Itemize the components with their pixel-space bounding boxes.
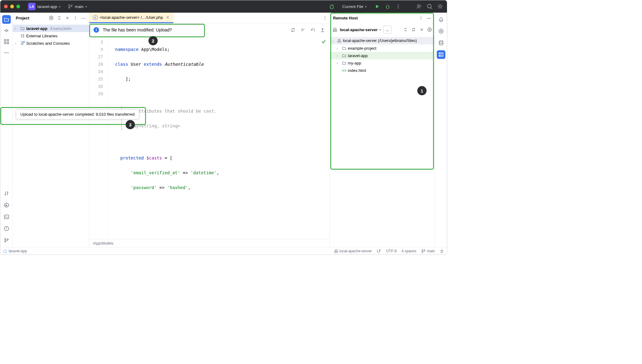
project-panel: Project ✕ — › laravel-app /Users/John (13, 13, 89, 247)
svg-point-49 (422, 251, 423, 253)
panel-options-icon[interactable] (419, 16, 423, 21)
chevron-right-icon[interactable]: › (337, 61, 340, 65)
folder-icon (342, 53, 347, 58)
debug-button[interactable] (385, 3, 391, 10)
status-branch[interactable]: main (421, 249, 435, 253)
code-content: namespace App\Models; class User extends… (108, 36, 330, 239)
ai-assistant-button[interactable] (437, 27, 445, 35)
upload-icon[interactable] (320, 27, 325, 33)
status-line-separator[interactable]: LF (377, 249, 381, 253)
vcs-tool-button[interactable] (2, 236, 11, 245)
remote-host-title: Remote Host (333, 16, 358, 20)
chevron-right-icon[interactable]: › (15, 27, 19, 30)
status-server[interactable]: local-apache-server (334, 249, 372, 253)
collapse-icon[interactable] (403, 27, 408, 32)
manage-servers-button[interactable]: … (383, 26, 391, 34)
editor-area: C <local-apache-server> /…/User.php ✕ i … (89, 13, 330, 247)
project-root-row[interactable]: › laravel-app /Users/John (13, 25, 89, 32)
inspection-ok-icon[interactable] (321, 39, 326, 44)
revert-icon[interactable] (310, 27, 315, 33)
services-tool-button[interactable] (2, 201, 11, 209)
server-name: local-apache-server (340, 27, 377, 32)
close-tab-icon[interactable]: ✕ (166, 15, 169, 20)
svg-point-3 (330, 5, 333, 9)
merge-icon[interactable] (300, 27, 306, 33)
project-selector[interactable]: LA laravel-app ▾ (26, 2, 63, 11)
breadcrumb[interactable]: \App\Models (89, 239, 330, 247)
gutter: 3 9 27 28 34 35 36 39 (89, 36, 108, 239)
problems-tool-button[interactable] (2, 224, 11, 233)
structure-tool-button[interactable] (2, 37, 11, 46)
lock-icon[interactable] (440, 249, 444, 253)
chevron-down-icon[interactable]: ⌄ (332, 39, 336, 43)
svg-point-4 (386, 5, 389, 9)
project-tool-button[interactable] (2, 15, 11, 24)
remote-host-button[interactable] (437, 50, 445, 59)
settings-button[interactable] (437, 3, 443, 10)
run-button[interactable] (374, 3, 380, 10)
maximize-window-button[interactable] (16, 5, 20, 8)
tab-options-button[interactable] (320, 13, 330, 23)
hide-panel-icon[interactable]: — (81, 15, 86, 20)
refresh-icon[interactable] (290, 27, 296, 33)
hide-panel-icon[interactable]: — (427, 16, 431, 21)
notifications-button[interactable] (437, 15, 445, 24)
folder-icon (20, 26, 25, 31)
svg-point-27 (75, 19, 76, 19)
select-opened-file-icon[interactable] (49, 15, 54, 20)
svg-rect-12 (4, 39, 6, 41)
minimize-window-button[interactable] (10, 5, 14, 8)
status-indent[interactable]: 4 spaces (402, 249, 416, 253)
disconnect-icon[interactable]: ✕ (419, 27, 424, 32)
chevron-right-icon[interactable]: › (337, 47, 340, 50)
chevron-right-icon[interactable]: › (337, 54, 340, 57)
close-window-button[interactable] (4, 5, 8, 8)
remote-tree-row[interactable]: <>index.html (330, 67, 435, 74)
remote-tree-row[interactable]: ›laravel-app (330, 52, 435, 59)
panel-options-icon[interactable] (73, 15, 78, 20)
chevron-down-icon: ▾ (85, 5, 87, 8)
remote-root-row[interactable]: ⌄ local-apache-server (/Users/jetbrains/… (330, 37, 435, 44)
branch-name: main (75, 4, 83, 9)
scratches-row[interactable]: › Scratches and Consoles (13, 39, 89, 47)
svg-point-7 (398, 8, 399, 9)
search-everywhere-button[interactable] (427, 3, 433, 10)
code-with-me-icon[interactable] (416, 3, 422, 10)
svg-rect-35 (333, 30, 337, 31)
svg-point-33 (421, 18, 421, 18)
more-actions-button[interactable] (395, 3, 401, 10)
chevron-right-icon[interactable]: › (15, 42, 19, 45)
svg-point-29 (325, 16, 325, 17)
run-config-label: Current File (342, 4, 363, 9)
tree-label: External Libraries (26, 34, 57, 38)
collapse-all-icon[interactable]: ✕ (65, 15, 70, 20)
vcs-branch-selector[interactable]: main ▾ (65, 3, 89, 10)
expand-all-icon[interactable] (57, 15, 62, 20)
svg-point-31 (325, 19, 325, 19)
annotation-badge-2: 2 (148, 36, 158, 45)
remote-tree-row[interactable]: ›example-project (330, 44, 435, 52)
terminal-tool-button[interactable] (2, 213, 11, 221)
server-selector[interactable]: local-apache-server ▾ (340, 27, 381, 32)
commit-tool-button[interactable] (2, 26, 11, 35)
bug-inspect-icon[interactable] (329, 3, 335, 10)
svg-point-18 (7, 52, 8, 53)
more-tool-button[interactable] (2, 48, 11, 57)
status-encoding[interactable]: UTF-8 (386, 249, 397, 253)
database-button[interactable] (437, 39, 445, 47)
svg-point-30 (325, 18, 325, 18)
add-icon[interactable] (427, 27, 432, 32)
status-project[interactable]: laravel-app (9, 249, 27, 253)
chevron-down-icon: ▾ (365, 5, 367, 8)
editor-tab[interactable]: C <local-apache-server> /…/User.php ✕ (89, 13, 173, 23)
external-libraries-row[interactable]: External Libraries (13, 32, 89, 39)
run-configuration-selector[interactable]: Current File ▾ (339, 3, 370, 10)
refresh-icon[interactable] (411, 27, 416, 32)
svg-point-21 (5, 238, 6, 240)
project-panel-header: Project ✕ — (13, 13, 89, 23)
remote-tree-row[interactable]: ›my-app (330, 59, 435, 67)
svg-point-23 (7, 239, 8, 240)
transfer-tool-button[interactable] (2, 189, 11, 198)
code-editor[interactable]: 3 9 27 28 34 35 36 39 namespace App\Mode… (89, 36, 330, 239)
svg-point-17 (6, 52, 7, 53)
